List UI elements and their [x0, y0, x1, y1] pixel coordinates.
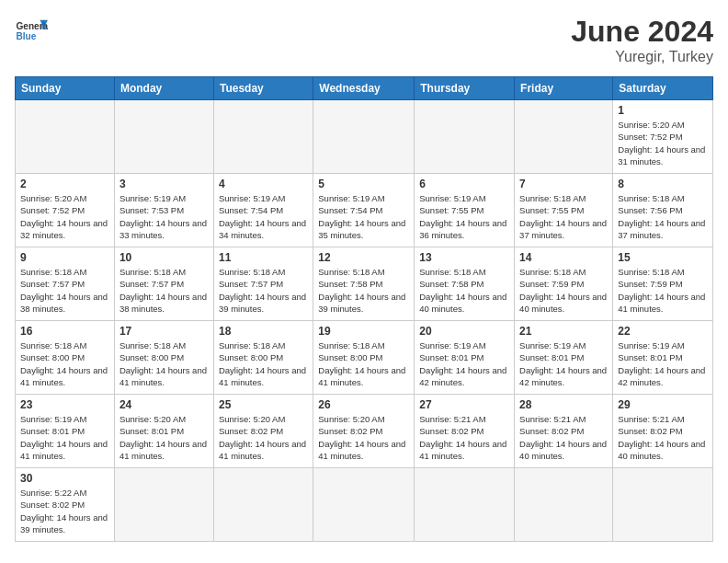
calendar-cell: 13Sunrise: 5:18 AM Sunset: 7:58 PM Dayli…: [415, 247, 515, 321]
calendar-cell: [613, 468, 713, 542]
calendar-cell: 24Sunrise: 5:20 AM Sunset: 8:01 PM Dayli…: [114, 395, 213, 468]
day-info: Sunrise: 5:18 AM Sunset: 7:56 PM Dayligh…: [618, 192, 708, 241]
day-info: Sunrise: 5:19 AM Sunset: 8:01 PM Dayligh…: [419, 339, 509, 388]
calendar-header-saturday: Saturday: [613, 77, 713, 100]
calendar-week-3: 9Sunrise: 5:18 AM Sunset: 7:57 PM Daylig…: [16, 247, 713, 321]
calendar-week-5: 23Sunrise: 5:19 AM Sunset: 8:01 PM Dayli…: [16, 395, 713, 468]
calendar-header-row: SundayMondayTuesdayWednesdayThursdayFrid…: [16, 77, 713, 100]
calendar-cell: 10Sunrise: 5:18 AM Sunset: 7:57 PM Dayli…: [114, 247, 213, 321]
day-number: 9: [20, 251, 109, 264]
calendar-cell: 3Sunrise: 5:19 AM Sunset: 7:53 PM Daylig…: [114, 174, 213, 247]
day-number: 3: [119, 178, 209, 190]
calendar-cell: [114, 100, 213, 174]
day-number: 18: [219, 325, 308, 338]
day-info: Sunrise: 5:20 AM Sunset: 7:52 PM Dayligh…: [618, 119, 708, 167]
day-info: Sunrise: 5:18 AM Sunset: 8:00 PM Dayligh…: [219, 339, 308, 388]
day-info: Sunrise: 5:19 AM Sunset: 8:01 PM Dayligh…: [20, 413, 109, 462]
calendar-cell: 18Sunrise: 5:18 AM Sunset: 8:00 PM Dayli…: [213, 321, 313, 395]
day-info: Sunrise: 5:19 AM Sunset: 7:54 PM Dayligh…: [219, 192, 308, 241]
day-number: 8: [618, 178, 708, 190]
calendar-cell: 9Sunrise: 5:18 AM Sunset: 7:57 PM Daylig…: [16, 247, 115, 321]
day-info: Sunrise: 5:18 AM Sunset: 7:55 PM Dayligh…: [519, 192, 608, 241]
calendar-header-thursday: Thursday: [415, 77, 515, 100]
day-number: 22: [618, 325, 708, 338]
day-info: Sunrise: 5:18 AM Sunset: 7:58 PM Dayligh…: [419, 266, 509, 315]
day-number: 1: [618, 104, 708, 117]
day-info: Sunrise: 5:20 AM Sunset: 7:52 PM Dayligh…: [20, 192, 109, 241]
calendar-cell: 2Sunrise: 5:20 AM Sunset: 7:52 PM Daylig…: [16, 174, 115, 247]
day-info: Sunrise: 5:18 AM Sunset: 8:00 PM Dayligh…: [20, 339, 109, 388]
calendar-week-1: 1Sunrise: 5:20 AM Sunset: 7:52 PM Daylig…: [16, 100, 713, 174]
calendar-table: SundayMondayTuesdayWednesdayThursdayFrid…: [15, 76, 713, 542]
location-title: Yuregir, Turkey: [571, 49, 713, 65]
day-number: 5: [318, 178, 409, 190]
day-info: Sunrise: 5:20 AM Sunset: 8:02 PM Dayligh…: [318, 413, 409, 462]
calendar-cell: [415, 100, 515, 174]
day-info: Sunrise: 5:18 AM Sunset: 7:57 PM Dayligh…: [20, 266, 109, 315]
calendar-week-2: 2Sunrise: 5:20 AM Sunset: 7:52 PM Daylig…: [16, 174, 713, 247]
calendar-cell: 23Sunrise: 5:19 AM Sunset: 8:01 PM Dayli…: [16, 395, 115, 468]
day-number: 29: [618, 398, 708, 411]
day-number: 14: [519, 251, 608, 264]
page-header: General Blue June 2024 Yuregir, Turkey: [15, 15, 713, 65]
calendar-cell: [16, 100, 115, 174]
day-info: Sunrise: 5:20 AM Sunset: 8:02 PM Dayligh…: [219, 413, 308, 462]
calendar-cell: 17Sunrise: 5:18 AM Sunset: 8:00 PM Dayli…: [114, 321, 213, 395]
day-info: Sunrise: 5:22 AM Sunset: 8:02 PM Dayligh…: [20, 487, 109, 535]
calendar-cell: 29Sunrise: 5:21 AM Sunset: 8:02 PM Dayli…: [613, 395, 713, 468]
calendar-cell: 25Sunrise: 5:20 AM Sunset: 8:02 PM Dayli…: [213, 395, 313, 468]
calendar-cell: [213, 468, 313, 542]
calendar-cell: 20Sunrise: 5:19 AM Sunset: 8:01 PM Dayli…: [415, 321, 515, 395]
calendar-cell: 11Sunrise: 5:18 AM Sunset: 7:57 PM Dayli…: [213, 247, 313, 321]
calendar-cell: 14Sunrise: 5:18 AM Sunset: 7:59 PM Dayli…: [515, 247, 613, 321]
day-info: Sunrise: 5:21 AM Sunset: 8:02 PM Dayligh…: [519, 413, 608, 462]
calendar-cell: [313, 100, 415, 174]
day-number: 11: [219, 251, 308, 264]
calendar-cell: [515, 468, 613, 542]
day-info: Sunrise: 5:18 AM Sunset: 7:59 PM Dayligh…: [618, 266, 708, 315]
day-number: 15: [618, 251, 708, 264]
calendar-week-6: 30Sunrise: 5:22 AM Sunset: 8:02 PM Dayli…: [16, 468, 713, 542]
day-info: Sunrise: 5:21 AM Sunset: 8:02 PM Dayligh…: [618, 413, 708, 462]
calendar-header-monday: Monday: [114, 77, 213, 100]
day-number: 4: [219, 178, 308, 190]
calendar-cell: [114, 468, 213, 542]
day-number: 23: [20, 398, 109, 411]
calendar-cell: 30Sunrise: 5:22 AM Sunset: 8:02 PM Dayli…: [16, 468, 115, 542]
calendar-cell: 15Sunrise: 5:18 AM Sunset: 7:59 PM Dayli…: [613, 247, 713, 321]
calendar-cell: 19Sunrise: 5:18 AM Sunset: 8:00 PM Dayli…: [313, 321, 415, 395]
day-info: Sunrise: 5:19 AM Sunset: 7:54 PM Dayligh…: [318, 192, 409, 241]
calendar-cell: [313, 468, 415, 542]
calendar-header-sunday: Sunday: [16, 77, 115, 100]
calendar-cell: 5Sunrise: 5:19 AM Sunset: 7:54 PM Daylig…: [313, 174, 415, 247]
calendar-cell: 22Sunrise: 5:19 AM Sunset: 8:01 PM Dayli…: [613, 321, 713, 395]
day-info: Sunrise: 5:18 AM Sunset: 7:57 PM Dayligh…: [219, 266, 308, 315]
svg-text:Blue: Blue: [16, 31, 36, 41]
day-number: 20: [419, 325, 509, 338]
calendar-header-wednesday: Wednesday: [313, 77, 415, 100]
calendar-header-friday: Friday: [515, 77, 613, 100]
calendar-header-tuesday: Tuesday: [213, 77, 313, 100]
day-number: 19: [318, 325, 409, 338]
calendar-cell: 28Sunrise: 5:21 AM Sunset: 8:02 PM Dayli…: [515, 395, 613, 468]
title-block: June 2024 Yuregir, Turkey: [571, 15, 713, 65]
calendar-cell: 6Sunrise: 5:19 AM Sunset: 7:55 PM Daylig…: [415, 174, 515, 247]
day-info: Sunrise: 5:21 AM Sunset: 8:02 PM Dayligh…: [419, 413, 509, 462]
calendar-cell: 7Sunrise: 5:18 AM Sunset: 7:55 PM Daylig…: [515, 174, 613, 247]
day-info: Sunrise: 5:20 AM Sunset: 8:01 PM Dayligh…: [119, 413, 209, 462]
calendar-cell: 8Sunrise: 5:18 AM Sunset: 7:56 PM Daylig…: [613, 174, 713, 247]
calendar-cell: [415, 468, 515, 542]
logo: General Blue: [15, 15, 48, 48]
calendar-cell: 1Sunrise: 5:20 AM Sunset: 7:52 PM Daylig…: [613, 100, 713, 174]
day-number: 28: [519, 398, 608, 411]
calendar-cell: 26Sunrise: 5:20 AM Sunset: 8:02 PM Dayli…: [313, 395, 415, 468]
day-number: 30: [20, 472, 109, 485]
day-number: 16: [20, 325, 109, 338]
day-info: Sunrise: 5:19 AM Sunset: 7:53 PM Dayligh…: [119, 192, 209, 241]
month-title: June 2024: [571, 15, 713, 49]
day-info: Sunrise: 5:19 AM Sunset: 7:55 PM Dayligh…: [419, 192, 509, 241]
day-number: 10: [119, 251, 209, 264]
day-number: 24: [119, 398, 209, 411]
day-info: Sunrise: 5:18 AM Sunset: 7:58 PM Dayligh…: [318, 266, 409, 315]
day-info: Sunrise: 5:19 AM Sunset: 8:01 PM Dayligh…: [519, 339, 608, 388]
